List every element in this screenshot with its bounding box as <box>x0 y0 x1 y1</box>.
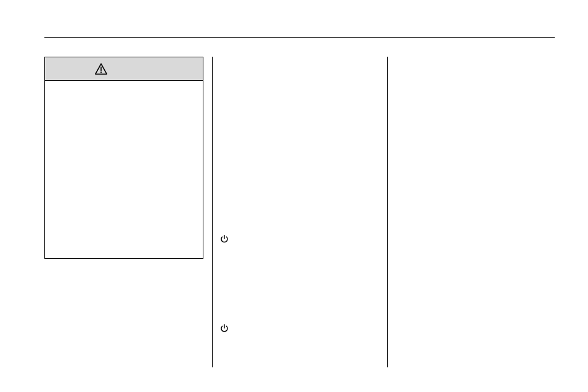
warning-box-header <box>45 57 203 81</box>
power-icon <box>219 324 229 333</box>
power-icon <box>219 234 229 244</box>
horizontal-rule <box>44 37 555 38</box>
svg-point-1 <box>100 71 102 73</box>
warning-box <box>44 57 203 259</box>
warning-triangle-icon <box>94 63 108 75</box>
column-divider <box>212 57 213 367</box>
column-divider <box>387 57 388 367</box>
